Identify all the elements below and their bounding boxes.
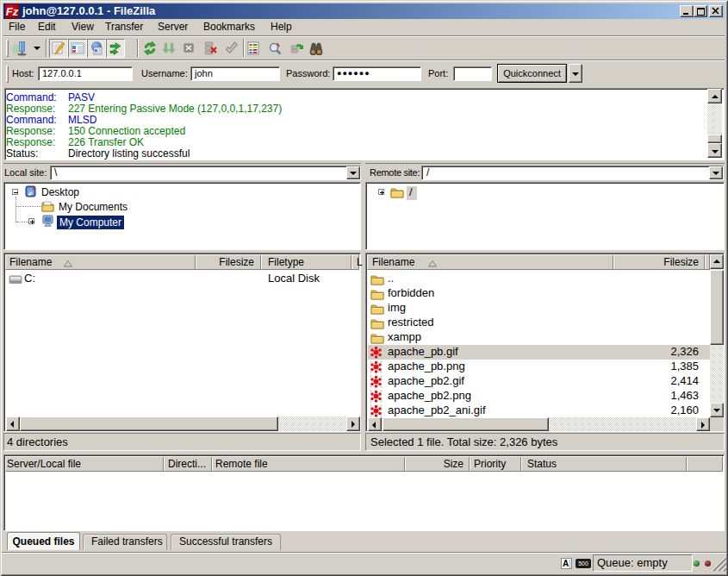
svg-text:Fz: Fz [6,5,19,18]
